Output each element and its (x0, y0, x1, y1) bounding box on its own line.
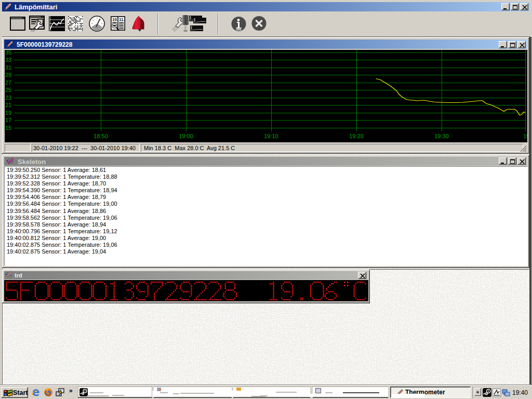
svg-text:35: 35 (5, 50, 11, 56)
svg-text:17: 17 (5, 117, 11, 123)
svg-text:10.: 10. (112, 17, 118, 22)
svg-text:21: 21 (5, 102, 11, 108)
svg-text:33: 33 (5, 57, 11, 63)
svg-text:19:20: 19:20 (349, 133, 364, 139)
svg-text:18:50: 18:50 (94, 133, 108, 139)
svg-text:23: 23 (5, 95, 11, 101)
svg-text:19: 19 (5, 110, 11, 116)
svg-text:19:40: 19:40 (523, 133, 527, 139)
svg-text:19:30: 19:30 (434, 133, 449, 139)
svg-text:31: 31 (5, 64, 11, 71)
svg-text:19:10: 19:10 (264, 133, 278, 139)
svg-text:15: 15 (5, 125, 11, 131)
svg-text:29: 29 (5, 72, 11, 78)
svg-text:19:00: 19:00 (179, 133, 193, 139)
svg-text:25: 25 (5, 87, 11, 93)
svg-text:27: 27 (5, 79, 11, 86)
svg-text:11.: 11. (119, 17, 125, 22)
